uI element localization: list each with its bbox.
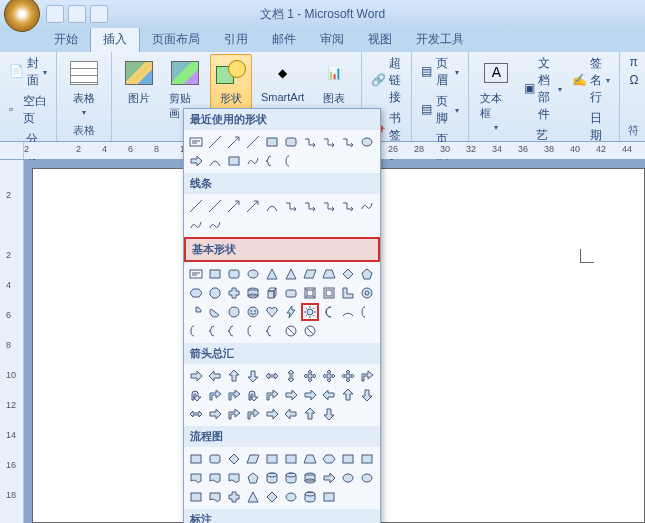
shape-diamond[interactable] xyxy=(339,265,357,283)
shape-line[interactable] xyxy=(244,133,262,151)
shape-sun[interactable] xyxy=(301,303,319,321)
shape-conn[interactable] xyxy=(282,197,300,215)
shape-free[interactable] xyxy=(187,216,205,234)
shape-para[interactable] xyxy=(301,265,319,283)
signature-button[interactable]: ✍签名行▾ xyxy=(569,54,613,107)
tab-home[interactable]: 开始 xyxy=(42,27,90,52)
shape-line[interactable] xyxy=(206,197,224,215)
shape-conn[interactable] xyxy=(301,133,319,151)
shape-chord[interactable] xyxy=(206,303,224,321)
shape-flowDB[interactable] xyxy=(301,488,319,506)
shape-diamond[interactable] xyxy=(225,450,243,468)
shape-arBent[interactable] xyxy=(244,405,262,423)
shape-arR[interactable] xyxy=(206,405,224,423)
shape-rrect[interactable] xyxy=(282,133,300,151)
shape-arR[interactable] xyxy=(282,386,300,404)
qat-save-icon[interactable] xyxy=(46,5,64,23)
shape-arR[interactable] xyxy=(301,386,319,404)
shape-lshape[interactable] xyxy=(339,284,357,302)
shape-plus[interactable] xyxy=(225,488,243,506)
tab-mailings[interactable]: 邮件 xyxy=(260,27,308,52)
header-button[interactable]: ▤页眉▾ xyxy=(418,54,462,90)
shape-arR[interactable] xyxy=(263,405,281,423)
shape-no[interactable] xyxy=(301,322,319,340)
shape-arU2[interactable] xyxy=(187,386,205,404)
shape-arR[interactable] xyxy=(187,367,205,385)
tab-layout[interactable]: 页面布局 xyxy=(140,27,212,52)
shape-brace[interactable] xyxy=(263,322,281,340)
shape-hex[interactable] xyxy=(320,450,338,468)
footer-button[interactable]: ▤页脚▾ xyxy=(418,92,462,128)
symbol-button[interactable]: Ω xyxy=(626,72,641,88)
shape-arU[interactable] xyxy=(301,405,319,423)
shape-rect[interactable] xyxy=(339,450,357,468)
shape-bevel[interactable] xyxy=(301,284,319,302)
shape-cube[interactable] xyxy=(263,284,281,302)
shape-ar4[interactable] xyxy=(339,367,357,385)
shape-brace[interactable] xyxy=(206,322,224,340)
shape-arU2[interactable] xyxy=(244,386,262,404)
shape-trap[interactable] xyxy=(301,450,319,468)
ruler-vertical[interactable]: 224681012141618 xyxy=(0,160,24,523)
shape-conn[interactable] xyxy=(301,197,319,215)
shape-free[interactable] xyxy=(358,197,376,215)
shape-cyl[interactable] xyxy=(301,469,319,487)
shape-arBent[interactable] xyxy=(358,367,376,385)
shape-arL[interactable] xyxy=(282,405,300,423)
shape-arBent[interactable] xyxy=(206,386,224,404)
shape-conn[interactable] xyxy=(320,197,338,215)
shape-flowD[interactable] xyxy=(263,488,281,506)
hyperlink-button[interactable]: 🔗超链接 xyxy=(368,54,405,107)
shape-hex[interactable] xyxy=(187,284,205,302)
cover-page-button[interactable]: 📄封面▾ xyxy=(6,54,50,90)
shape-bracket[interactable] xyxy=(187,322,205,340)
shape-arBent[interactable] xyxy=(225,405,243,423)
shape-arrow[interactable] xyxy=(225,197,243,215)
tab-view[interactable]: 视图 xyxy=(356,27,404,52)
shape-heart[interactable] xyxy=(263,303,281,321)
shape-moon[interactable] xyxy=(320,303,338,321)
shape-curve[interactable] xyxy=(263,197,281,215)
shape-plus[interactable] xyxy=(225,284,243,302)
parts-button[interactable]: ▣文档部件▾ xyxy=(521,54,565,124)
shape-flowDoc[interactable] xyxy=(206,488,224,506)
shape-rect[interactable] xyxy=(263,133,281,151)
shape-cyl[interactable] xyxy=(244,284,262,302)
shape-rect[interactable] xyxy=(225,152,243,170)
table-button[interactable]: 表格 ▾ xyxy=(63,54,105,120)
shape-arBent[interactable] xyxy=(263,386,281,404)
shape-arLR[interactable] xyxy=(187,405,205,423)
office-button[interactable] xyxy=(4,0,40,32)
shape-rect[interactable] xyxy=(358,450,376,468)
shape-arD[interactable] xyxy=(358,386,376,404)
tab-references[interactable]: 引用 xyxy=(212,27,260,52)
shape-ellipse[interactable] xyxy=(358,469,376,487)
shape-free[interactable] xyxy=(244,152,262,170)
shape-arU[interactable] xyxy=(339,386,357,404)
shape-tri[interactable] xyxy=(282,265,300,283)
shape-arD[interactable] xyxy=(320,405,338,423)
blank-page-button[interactable]: ▫空白页 xyxy=(6,92,50,128)
shape-conn[interactable] xyxy=(320,133,338,151)
shape-text[interactable] xyxy=(187,133,205,151)
smartart-button[interactable]: ◆SmartArt xyxy=(256,54,309,106)
shape-tear[interactable] xyxy=(225,303,243,321)
shape-rrect[interactable] xyxy=(206,450,224,468)
shape-flowDoc[interactable] xyxy=(206,469,224,487)
shape-arR[interactable] xyxy=(320,469,338,487)
tab-insert[interactable]: 插入 xyxy=(90,26,140,52)
shape-brace[interactable] xyxy=(263,152,281,170)
shape-rect[interactable] xyxy=(320,488,338,506)
shape-free[interactable] xyxy=(206,216,224,234)
shape-line[interactable] xyxy=(206,133,224,151)
qat-undo-icon[interactable] xyxy=(68,5,86,23)
shape-conn[interactable] xyxy=(339,197,357,215)
shape-arR[interactable] xyxy=(187,152,205,170)
shape-trap[interactable] xyxy=(320,265,338,283)
shape-curve[interactable] xyxy=(206,152,224,170)
shape-arc[interactable] xyxy=(339,303,357,321)
shape-tri[interactable] xyxy=(263,265,281,283)
shape-para[interactable] xyxy=(244,450,262,468)
shape-brace[interactable] xyxy=(225,322,243,340)
textbox-button[interactable]: A文本框▾ xyxy=(475,54,517,135)
